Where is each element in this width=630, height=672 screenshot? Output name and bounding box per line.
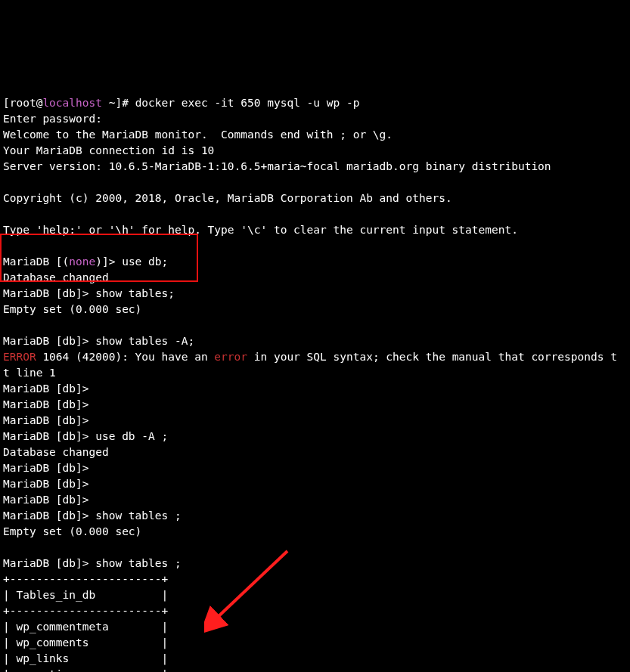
prompt-root: [root@localhost ~]# xyxy=(3,97,135,109)
table-header: | Tables_in_db | xyxy=(3,589,168,601)
command: show tables; xyxy=(95,287,175,299)
mariadb-prompt: MariaDB [(none)]> xyxy=(3,255,122,268)
mariadb-prompt: MariaDB [db]> xyxy=(3,287,95,299)
output-line: Empty set (0.000 sec) xyxy=(3,525,141,537)
mariadb-prompt: MariaDB [db]> xyxy=(3,414,95,426)
output-line: Database changed xyxy=(3,271,109,283)
mariadb-prompt: MariaDB [db]> xyxy=(3,494,95,506)
mariadb-prompt: MariaDB [db]> xyxy=(3,478,95,490)
output-line: Copyright (c) 2000, 2018, Oracle, MariaD… xyxy=(3,192,452,204)
output-line: Database changed xyxy=(3,446,109,458)
command: use db -A ; xyxy=(95,430,168,442)
error-line: t line 1 xyxy=(3,367,56,379)
mariadb-prompt: MariaDB [db]> xyxy=(3,557,95,569)
mariadb-prompt: MariaDB [db]> xyxy=(3,335,95,347)
command: docker exec -it 650 mysql -u wp -p xyxy=(135,97,360,109)
output-line: Empty set (0.000 sec) xyxy=(3,303,141,315)
annotation-arrow-icon xyxy=(204,543,295,634)
mariadb-prompt: MariaDB [db]> xyxy=(3,462,95,474)
table-border: +-----------------------+ xyxy=(3,573,168,585)
hostname: localhost xyxy=(42,97,102,109)
table-row: | wp_links | xyxy=(3,652,168,664)
mariadb-prompt: MariaDB [db]> xyxy=(3,430,95,442)
output-line: Your MariaDB connection id is 10 xyxy=(3,144,214,156)
error-label: ERROR xyxy=(3,351,36,363)
command: show tables ; xyxy=(95,509,182,522)
output-line: Welcome to the MariaDB monitor. Commands… xyxy=(3,129,393,141)
svg-line-0 xyxy=(216,551,287,619)
mariadb-prompt: MariaDB [db]> xyxy=(3,398,95,410)
output-line: Enter password: xyxy=(3,113,102,125)
table-border: +-----------------------+ xyxy=(3,605,168,617)
table-row: | wp_commentmeta | xyxy=(3,621,168,633)
mariadb-prompt: MariaDB [db]> xyxy=(3,509,95,522)
terminal[interactable]: [root@localhost ~]# docker exec -it 650 … xyxy=(0,79,630,672)
error-line: ERROR 1064 (42000): You have an error in… xyxy=(3,351,617,363)
command: use db; xyxy=(122,255,168,268)
table-row: | wp_comments | xyxy=(3,636,168,649)
output-line: Server version: 10.6.5-MariaDB-1:10.6.5+… xyxy=(3,160,551,172)
command: show tables -A; xyxy=(95,335,194,347)
command: show tables ; xyxy=(95,557,182,569)
output-line: Type 'help;' or '\h' for help. Type '\c'… xyxy=(3,224,518,236)
error-word: error xyxy=(214,351,247,363)
table-row: | wp_options | xyxy=(3,668,168,672)
mariadb-prompt: MariaDB [db]> xyxy=(3,382,95,395)
